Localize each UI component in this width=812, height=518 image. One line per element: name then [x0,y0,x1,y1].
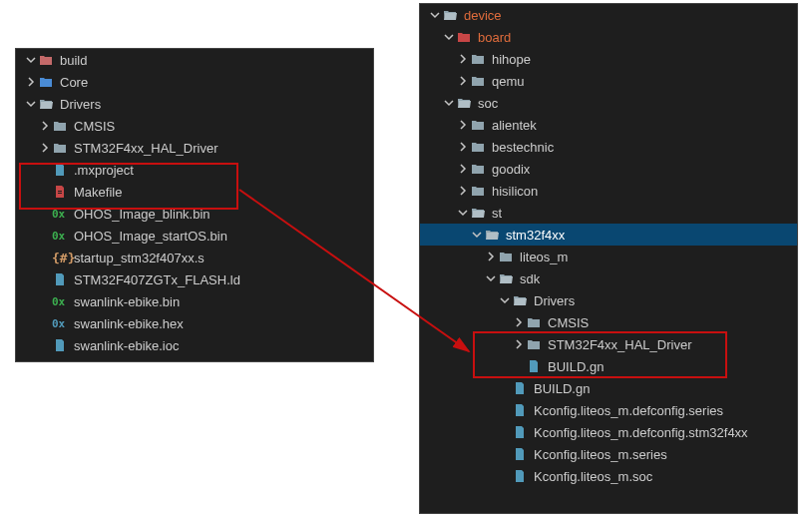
tree-item-mxproject[interactable]: .mxproject [16,159,373,181]
tree-item-label: OHOS_Image_blink.bin [74,207,210,222]
chevron-down-icon [442,30,456,44]
file-explorer-right: device board hihope qemu soc alientek be… [419,3,798,514]
tree-item-label: Kconfig.liteos_m.series [534,447,667,462]
tree-item-hal-r[interactable]: STM32F4xx_HAL_Driver [420,333,797,355]
tree-item-label: STM32F407ZGTx_FLASH.ld [74,272,240,287]
tree-item-label: Kconfig.liteos_m.defconfig.series [534,403,723,418]
file-icon [512,402,528,418]
tree-item-core[interactable]: Core [16,71,373,93]
tree-item-board[interactable]: board [420,26,797,48]
tree-item-label: soc [478,96,498,111]
tree-item-sdk[interactable]: sdk [420,267,797,289]
folder-open-icon [512,292,528,308]
binary-icon: 0x [52,295,68,308]
folder-open-icon [498,270,514,286]
tree-item-label: stm32f4xx [506,228,565,243]
tree-item-liteos-m[interactable]: liteos_m [420,246,797,267]
tree-item-device[interactable]: device [420,4,797,26]
tree-item-makefile[interactable]: Makefile [16,181,373,203]
tree-item-hihope[interactable]: hihope [420,48,797,70]
folder-open-icon [484,227,500,243]
folder-icon [526,314,542,330]
tree-item-label: board [478,30,511,45]
chevron-right-icon [456,74,470,88]
tree-item-label: swanlink-ebike.hex [74,316,184,331]
tree-item-label: Makefile [74,185,122,200]
tree-item-hal-driver[interactable]: STM32F4xx_HAL_Driver [16,137,373,159]
tree-item-kcfg-msoc[interactable]: Kconfig.liteos_m.soc [420,465,797,487]
folder-icon [470,117,486,133]
tree-item-label: startup_stm32f407xx.s [74,251,204,265]
tree-item-buildgn2[interactable]: BUILD.gn [420,377,797,399]
tree-item-goodix[interactable]: goodix [420,158,797,180]
tree-item-label: Kconfig.liteos_m.defconfig.stm32f4xx [534,425,748,440]
tree-item-cmsis-r[interactable]: CMSIS [420,311,797,333]
file-icon [526,358,542,374]
tree-item-swanlink-bin[interactable]: 0x swanlink-ebike.bin [16,290,373,312]
tree-item-label: CMSIS [548,315,589,330]
chevron-right-icon [456,162,470,176]
tree-item-drivers[interactable]: Drivers [16,93,373,115]
binary-icon: 0x [52,230,68,243]
tree-item-soc[interactable]: soc [420,92,797,114]
folder-icon [470,51,486,67]
folder-icon [38,52,54,68]
folder-icon [38,74,54,90]
chevron-down-icon [470,228,484,242]
folder-open-icon [470,205,486,221]
tree-item-label: build [60,53,87,68]
tree-item-swanlink-hex[interactable]: 0x swanlink-ebike.hex [16,312,373,334]
tree-item-startup-s[interactable]: {#} startup_stm32f407xx.s [16,247,373,268]
tree-item-buildgn1[interactable]: BUILD.gn [420,355,797,377]
tree-item-kcfg-mseries[interactable]: Kconfig.liteos_m.series [420,443,797,465]
tree-item-label: STM32F4xx_HAL_Driver [548,337,692,352]
makefile-icon [52,184,68,200]
tree-item-stm32f4xx[interactable]: stm32f4xx [420,224,797,246]
tree-item-bestechnic[interactable]: bestechnic [420,136,797,158]
chevron-right-icon [484,250,498,263]
tree-item-hisilicon[interactable]: hisilicon [420,180,797,202]
tree-item-label: st [492,206,502,221]
tree-item-blink-bin[interactable]: 0x OHOS_Image_blink.bin [16,203,373,225]
tree-item-label: bestechnic [492,140,554,155]
chevron-down-icon [456,206,470,220]
tree-item-label: Core [60,75,88,90]
chevron-right-icon [24,75,38,89]
folder-icon [470,139,486,155]
tree-item-label: device [464,8,502,23]
chevron-down-icon [428,8,442,22]
chevron-right-icon [512,315,526,329]
folder-open-icon [456,95,472,111]
tree-item-label: Drivers [60,97,101,112]
tree-item-build[interactable]: build [16,49,373,71]
tree-item-label: liteos_m [520,250,568,264]
file-icon [52,337,68,353]
folder-icon [498,249,514,264]
tree-item-qemu[interactable]: qemu [420,70,797,92]
tree-item-st[interactable]: st [420,202,797,224]
tree-item-kcfg-series[interactable]: Kconfig.liteos_m.defconfig.series [420,399,797,421]
tree-item-label: qemu [492,74,525,89]
hex-icon: 0x [52,317,68,330]
folder-icon [470,161,486,177]
chevron-down-icon [24,97,38,111]
file-icon [512,446,528,462]
binary-icon: 0x [52,208,68,221]
tree-item-cmsis[interactable]: CMSIS [16,115,373,137]
chevron-right-icon [38,141,52,155]
file-icon [52,162,68,178]
tree-item-alientek[interactable]: alientek [420,114,797,136]
tree-item-flash-ld[interactable]: STM32F407ZGTx_FLASH.ld [16,268,373,290]
file-icon [52,271,68,287]
chevron-right-icon [456,184,470,198]
tree-item-startos-bin[interactable]: 0x OHOS_Image_startOS.bin [16,225,373,247]
tree-item-label: swanlink-ebike.bin [74,294,180,309]
chevron-right-icon [512,337,526,351]
folder-icon [52,140,68,156]
tree-item-label: alientek [492,118,537,133]
folder-open-icon [38,96,54,112]
chevron-right-icon [456,118,470,132]
tree-item-kcfg-stm32[interactable]: Kconfig.liteos_m.defconfig.stm32f4xx [420,421,797,443]
tree-item-drivers-r[interactable]: Drivers [420,289,797,311]
tree-item-swanlink-ioc[interactable]: swanlink-ebike.ioc [16,334,373,356]
